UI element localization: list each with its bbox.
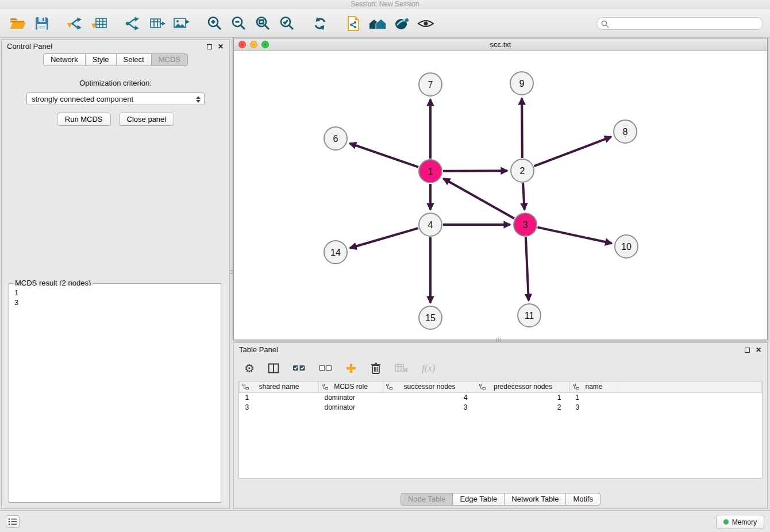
- graph-edge-1-2[interactable]: [443, 171, 507, 171]
- horizontal-splitter-handle[interactable]: [492, 338, 505, 342]
- memory-button[interactable]: Memory: [716, 515, 764, 529]
- eye-icon: [417, 17, 434, 30]
- column-header-successor-nodes[interactable]: successor nodes: [383, 381, 476, 392]
- table-panel-header: Table Panel ✕: [234, 343, 767, 357]
- table-cell[interactable]: 3: [240, 402, 319, 412]
- table-cell[interactable]: dominator: [319, 402, 383, 412]
- home-button[interactable]: [365, 11, 390, 36]
- graph-node-6[interactable]: 6: [324, 127, 347, 150]
- delete-table-button[interactable]: [395, 363, 409, 373]
- graph-node-7[interactable]: 7: [419, 73, 442, 96]
- apply-style-button[interactable]: [390, 11, 414, 36]
- table-cell[interactable]: 4: [383, 392, 476, 402]
- run-mcds-button[interactable]: Run MCDS: [57, 113, 111, 126]
- mcds-result-list[interactable]: 13: [10, 286, 220, 501]
- graph-node-15[interactable]: 15: [419, 306, 442, 329]
- network-from-selection-button[interactable]: [121, 11, 145, 36]
- graph-node-14[interactable]: 14: [324, 241, 347, 264]
- deselect-all-columns-button[interactable]: [319, 364, 332, 372]
- graph-edge-3-10[interactable]: [538, 228, 612, 244]
- network-graph[interactable]: 7968124314101511: [234, 51, 767, 340]
- tab-motifs[interactable]: Motifs: [565, 493, 600, 506]
- graph-edge-2-3[interactable]: [523, 183, 524, 210]
- table-row[interactable]: 1dominator411: [240, 392, 762, 402]
- graph-node-8[interactable]: 8: [614, 120, 637, 143]
- column-header-mcds-role[interactable]: MCDS role: [319, 381, 383, 392]
- zoom-fit-button[interactable]: [251, 11, 275, 36]
- graph-node-1[interactable]: 1: [419, 160, 442, 183]
- svg-text:15: 15: [425, 313, 436, 323]
- table-cell[interactable]: 3: [383, 402, 476, 412]
- criterion-dropdown[interactable]: strongly connected component: [26, 92, 205, 105]
- add-column-button[interactable]: [345, 363, 357, 374]
- column-header-predecessor-nodes[interactable]: predecessor nodes: [476, 381, 570, 392]
- tab-network[interactable]: Network: [43, 53, 86, 66]
- svg-text:8: 8: [623, 127, 628, 137]
- document-network-icon: [346, 16, 361, 32]
- table-cell[interactable]: 1: [570, 392, 618, 402]
- open-session-button[interactable]: [6, 11, 30, 36]
- close-panel-button[interactable]: Close panel: [119, 113, 175, 126]
- refresh-view-button[interactable]: [308, 11, 332, 36]
- graph-edge-1-6[interactable]: [350, 143, 419, 167]
- tab-edge-table[interactable]: Edge Table: [452, 493, 505, 506]
- task-history-button[interactable]: [6, 515, 20, 528]
- graph-edge-4-14[interactable]: [350, 228, 418, 248]
- graph-node-2[interactable]: 2: [511, 159, 534, 182]
- vertical-splitter-handle[interactable]: [230, 265, 233, 278]
- show-hide-button[interactable]: [414, 11, 438, 36]
- zoom-in-icon: [206, 16, 222, 32]
- sort-icon: [242, 384, 249, 392]
- float-panel-icon[interactable]: [205, 43, 213, 51]
- maximize-window-button[interactable]: +: [261, 41, 269, 48]
- tab-network-table[interactable]: Network Table: [504, 493, 566, 506]
- table-cell[interactable]: dominator: [319, 392, 383, 402]
- close-window-button[interactable]: ×: [238, 41, 246, 48]
- tab-style[interactable]: Style: [85, 53, 117, 66]
- column-header-shared-name[interactable]: shared name: [240, 381, 319, 392]
- zoom-selected-button[interactable]: [275, 11, 299, 36]
- column-header-name[interactable]: name: [570, 381, 618, 392]
- import-network-button[interactable]: [63, 11, 87, 36]
- table-cell[interactable]: 1: [240, 392, 319, 402]
- graph-node-10[interactable]: 10: [615, 235, 638, 258]
- tab-node-table[interactable]: Node Table: [401, 493, 453, 506]
- graph-node-9[interactable]: 9: [510, 72, 533, 95]
- graph-node-3[interactable]: 3: [514, 213, 537, 236]
- table-row[interactable]: 3dominator323: [240, 402, 762, 412]
- export-table-button[interactable]: [145, 11, 169, 36]
- zoom-in-button[interactable]: [202, 11, 226, 36]
- import-table-button[interactable]: [87, 11, 111, 36]
- close-table-panel-icon[interactable]: ✕: [754, 346, 763, 354]
- network-canvas[interactable]: 7968124314101511: [234, 51, 767, 340]
- show-columns-button[interactable]: [268, 363, 279, 373]
- save-session-button[interactable]: [30, 11, 54, 36]
- network-window-titlebar[interactable]: × − + scc.txt: [234, 38, 767, 51]
- graph-edge-3-1[interactable]: [444, 179, 514, 218]
- graph-edge-2-8[interactable]: [534, 137, 611, 166]
- float-table-panel-icon[interactable]: [743, 346, 751, 354]
- graph-node-4[interactable]: 4: [419, 213, 442, 236]
- table-cell[interactable]: 1: [476, 392, 570, 402]
- tab-select[interactable]: Select: [116, 53, 152, 66]
- close-panel-icon[interactable]: ✕: [217, 43, 225, 51]
- tab-mcds[interactable]: MCDS: [151, 53, 188, 66]
- column-label: MCDS role: [319, 383, 383, 391]
- minimize-window-button[interactable]: −: [250, 41, 257, 48]
- graph-node-11[interactable]: 11: [518, 304, 541, 327]
- table-cell[interactable]: 3: [570, 402, 618, 412]
- search-input[interactable]: [611, 20, 763, 28]
- select-all-columns-button[interactable]: [292, 364, 306, 372]
- sort-icon: [322, 384, 328, 392]
- refresh-icon: [312, 16, 328, 32]
- zoom-out-button[interactable]: [226, 11, 251, 36]
- export-image-button[interactable]: [169, 11, 193, 36]
- table-cell-filler: [618, 392, 762, 402]
- graph-edge-3-11[interactable]: [526, 237, 529, 300]
- function-builder-button[interactable]: f(x): [422, 363, 436, 374]
- create-view-button[interactable]: [341, 11, 365, 36]
- delete-column-button[interactable]: [370, 362, 382, 375]
- graph-edge-2-9[interactable]: [522, 98, 522, 158]
- table-cell[interactable]: 2: [476, 402, 570, 412]
- table-settings-button[interactable]: ⚙: [244, 363, 255, 374]
